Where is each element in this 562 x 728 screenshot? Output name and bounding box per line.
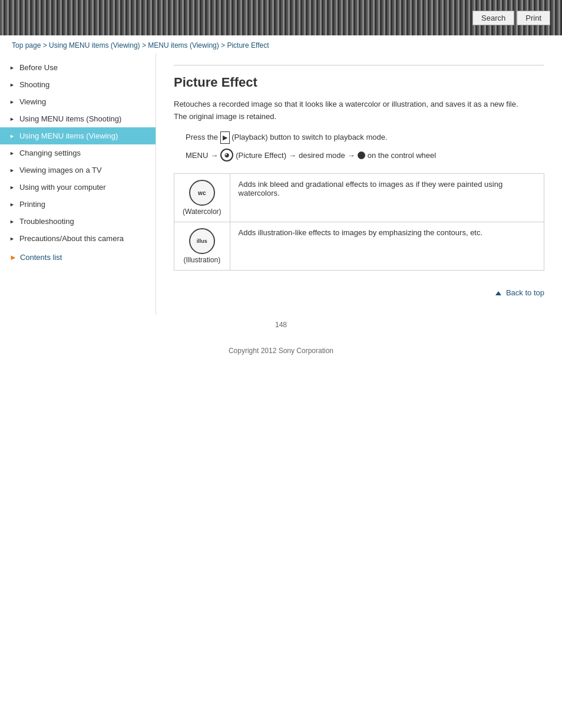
arrow-icon: ► bbox=[9, 236, 15, 242]
arrow-icon: ► bbox=[9, 167, 15, 173]
search-button[interactable]: Search bbox=[472, 11, 514, 25]
back-to-top-link[interactable]: Back to top bbox=[495, 288, 544, 297]
print-button[interactable]: Print bbox=[517, 11, 550, 25]
sidebar-item-before-use[interactable]: ► Before Use bbox=[0, 59, 156, 76]
watercolor-icon-cell: wc (Watercolor) bbox=[174, 174, 230, 222]
effect-table: wc (Watercolor) Adds ink bleed and grada… bbox=[174, 173, 544, 271]
content-area: Picture Effect Retouches a recorded imag… bbox=[156, 53, 562, 315]
playback-icon: ▶ bbox=[220, 131, 230, 144]
breadcrumb-top-page[interactable]: Top page bbox=[12, 41, 41, 50]
arrow-icon: ► bbox=[9, 99, 15, 105]
description: Retouches a recorded image so that it lo… bbox=[174, 98, 544, 123]
sidebar-item-troubleshooting[interactable]: ► Troubleshooting bbox=[0, 213, 156, 230]
breadcrumb-current: Picture Effect bbox=[227, 41, 269, 50]
sidebar-item-precautions[interactable]: ► Precautions/About this camera bbox=[0, 230, 156, 247]
control-wheel-icon bbox=[358, 151, 365, 159]
arrow-icon: ► bbox=[9, 202, 15, 207]
watercolor-description: Adds ink bleed and gradational effects t… bbox=[230, 174, 544, 222]
breadcrumb-using-menu-viewing[interactable]: Using MENU items (Viewing) bbox=[49, 41, 140, 50]
arrow-icon: ► bbox=[9, 185, 15, 190]
picture-effect-icon: ◕ bbox=[220, 149, 233, 162]
arrow-right-icon: ► bbox=[9, 253, 17, 262]
watercolor-icon: wc bbox=[189, 180, 215, 206]
arrow-icon: ► bbox=[9, 219, 15, 225]
footer: Copyright 2012 Sony Corporation bbox=[0, 335, 562, 367]
table-row: wc (Watercolor) Adds ink bleed and grada… bbox=[174, 174, 544, 222]
header-buttons: Search Print bbox=[472, 11, 550, 25]
sidebar-item-using-menu-viewing[interactable]: ► Using MENU items (Viewing) bbox=[0, 127, 156, 144]
sidebar-item-viewing[interactable]: ► Viewing bbox=[0, 93, 156, 110]
sidebar-item-printing[interactable]: ► Printing bbox=[0, 196, 156, 213]
illustration-icon-cell: illus (Illustration) bbox=[174, 222, 230, 271]
triangle-up-icon bbox=[495, 291, 501, 295]
header: Search Print bbox=[0, 0, 562, 35]
arrow-icon: ► bbox=[9, 150, 15, 156]
watercolor-label: (Watercolor) bbox=[183, 207, 222, 216]
sidebar-item-using-menu-shooting[interactable]: ► Using MENU items (Shooting) bbox=[0, 110, 156, 127]
contents-list-link[interactable]: ► Contents list bbox=[0, 247, 156, 268]
sidebar-item-shooting[interactable]: ► Shooting bbox=[0, 76, 156, 93]
arrow-icon: ► bbox=[9, 65, 15, 71]
sidebar-item-using-computer[interactable]: ► Using with your computer bbox=[0, 179, 156, 196]
illustration-description: Adds illustration-like effects to images… bbox=[230, 222, 544, 271]
back-to-top: Back to top bbox=[174, 282, 544, 303]
arrow-icon: ► bbox=[9, 116, 15, 122]
page-title: Picture Effect bbox=[174, 75, 544, 90]
arrow-icon: ► bbox=[9, 133, 15, 139]
sidebar-item-changing-settings[interactable]: ► Changing settings bbox=[0, 144, 156, 162]
illustration-icon: illus bbox=[189, 228, 215, 254]
breadcrumb: Top page > Using MENU items (Viewing) > … bbox=[0, 35, 562, 53]
sidebar: ► Before Use ► Shooting ► Viewing ► Usin… bbox=[0, 53, 156, 315]
arrow-icon: ► bbox=[9, 82, 15, 88]
instruction: Press the ▶ (Playback) button to switch … bbox=[186, 131, 544, 144]
illustration-label: (Illustration) bbox=[183, 256, 220, 264]
sidebar-item-viewing-images-tv[interactable]: ► Viewing images on a TV bbox=[0, 162, 156, 179]
menu-path: MENU → ◕ (Picture Effect) → desired mode… bbox=[186, 149, 544, 162]
breadcrumb-menu-items-viewing[interactable]: MENU items (Viewing) bbox=[148, 41, 219, 50]
main-layout: ► Before Use ► Shooting ► Viewing ► Usin… bbox=[0, 53, 562, 315]
table-row: illus (Illustration) Adds illustration-l… bbox=[174, 222, 544, 271]
divider bbox=[174, 65, 544, 65]
page-number: 148 bbox=[0, 315, 562, 335]
